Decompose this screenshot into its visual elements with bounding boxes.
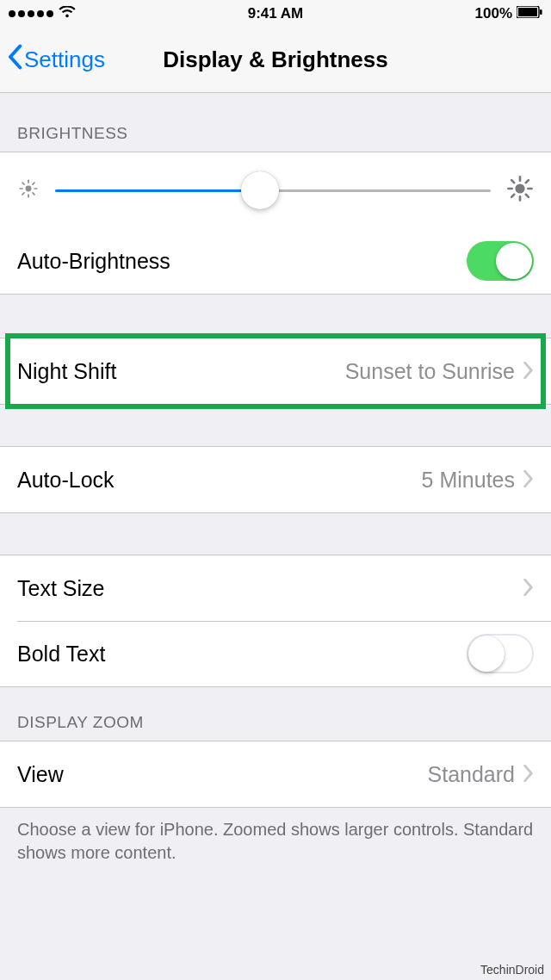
svg-line-9 [33,193,34,195]
back-label: Settings [24,47,105,73]
chevron-right-icon [523,576,534,601]
brightness-low-icon [17,177,40,203]
svg-point-3 [26,186,32,192]
svg-rect-1 [518,8,537,16]
svg-line-8 [22,183,24,184]
bold-text-toggle[interactable] [467,634,534,673]
brightness-slider[interactable] [55,189,491,192]
nav-bar: Settings Display & Brightness [0,28,551,93]
bold-text-row: Bold Text [0,621,551,686]
auto-lock-row[interactable]: Auto-Lock 5 Minutes [0,447,551,512]
page-title: Display & Brightness [163,47,388,73]
svg-line-10 [22,193,24,195]
auto-brightness-label: Auto-Brightness [17,249,170,274]
night-shift-value: Sunset to Sunrise [345,359,515,384]
bold-text-label: Bold Text [17,642,105,667]
auto-brightness-row: Auto-Brightness [0,228,551,294]
night-shift-row[interactable]: Night Shift Sunset to Sunrise [0,338,551,404]
text-size-label: Text Size [17,576,104,601]
signal-dots-icon [9,10,53,17]
svg-rect-2 [540,9,542,15]
status-bar: 9:41 AM 100% [0,0,551,28]
night-shift-label: Night Shift [17,359,116,384]
status-time: 9:41 AM [248,5,304,22]
svg-line-18 [526,195,529,197]
slider-thumb[interactable] [241,171,279,209]
chevron-left-icon [7,44,22,76]
back-button[interactable]: Settings [0,44,105,76]
svg-line-20 [526,180,529,183]
brightness-high-icon [506,175,534,206]
auto-brightness-toggle[interactable] [467,241,534,281]
view-label: View [17,762,64,787]
svg-point-12 [515,183,524,193]
display-zoom-footer: Choose a view for iPhone. Zoomed shows l… [0,808,551,865]
svg-line-11 [33,183,34,184]
section-header-display-zoom: DISPLAY ZOOM [0,687,551,741]
watermark: TechinDroid [480,963,544,977]
view-row[interactable]: View Standard [0,741,551,807]
svg-line-17 [511,180,514,183]
view-value: Standard [428,762,515,787]
svg-line-19 [511,195,514,197]
chevron-right-icon [523,762,534,787]
text-size-row[interactable]: Text Size [0,555,551,621]
battery-percentage: 100% [475,5,512,22]
auto-lock-label: Auto-Lock [17,468,115,493]
brightness-slider-row [0,152,551,228]
battery-icon [517,5,542,22]
section-header-brightness: BRIGHTNESS [0,93,551,152]
chevron-right-icon [523,468,534,493]
auto-lock-value: 5 Minutes [422,468,515,493]
wifi-icon [59,5,76,22]
chevron-right-icon [523,359,534,384]
